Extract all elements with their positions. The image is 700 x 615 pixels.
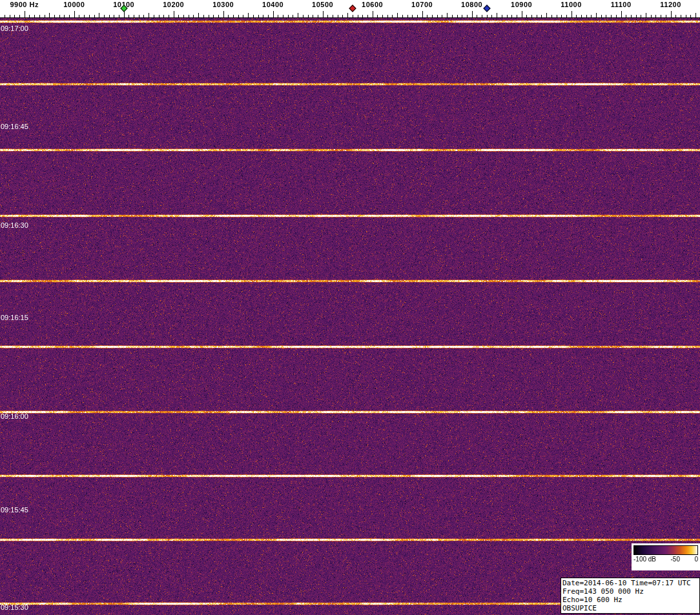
observation-info-box: Date=2014-06-10 Time=07:17 UTC Freq=143 … bbox=[561, 578, 700, 614]
frequency-axis: 9900 Hz100001010010200103001040010500106… bbox=[0, 0, 700, 18]
freq-tick-label: 9900 Hz bbox=[10, 1, 38, 8]
freq-tick-label: 10000 bbox=[63, 1, 85, 8]
info-echo-line: Echo=10 600 Hz bbox=[562, 596, 698, 604]
info-date-line: Date=2014-06-10 Time=07:17 UTC bbox=[562, 579, 698, 587]
freq-tick-label: 10300 bbox=[212, 1, 234, 8]
scale-label-mid: -50 bbox=[671, 556, 680, 563]
freq-tick-label: 11200 bbox=[660, 1, 681, 8]
freq-tick-label: 10400 bbox=[262, 1, 283, 8]
color-scale-legend: -100 dB -50 0 bbox=[632, 543, 700, 570]
freq-tick-label: 11100 bbox=[611, 1, 632, 8]
spectrogram-screen: 9900 Hz100001010010200103001040010500106… bbox=[0, 0, 700, 615]
freq-tick-label: 10800 bbox=[461, 1, 482, 8]
color-scale-gradient bbox=[633, 545, 698, 555]
scale-label-min: -100 dB bbox=[633, 556, 656, 563]
info-freq-line: Freq=143 050 000 Hz bbox=[562, 587, 698, 596]
freq-tick-label: 10500 bbox=[312, 1, 333, 8]
freq-tick-label: 10600 bbox=[362, 1, 383, 8]
freq-tick-label: 10900 bbox=[511, 1, 532, 8]
freq-tick-label: 10700 bbox=[411, 1, 433, 8]
info-station-line: OBSUPICE bbox=[562, 604, 698, 612]
color-scale-labels: -100 dB -50 0 bbox=[633, 555, 698, 563]
waterfall-display[interactable] bbox=[0, 18, 700, 615]
freq-tick-label: 11000 bbox=[561, 1, 581, 8]
scale-label-max: 0 bbox=[694, 556, 698, 563]
freq-tick-label: 10200 bbox=[163, 1, 184, 8]
